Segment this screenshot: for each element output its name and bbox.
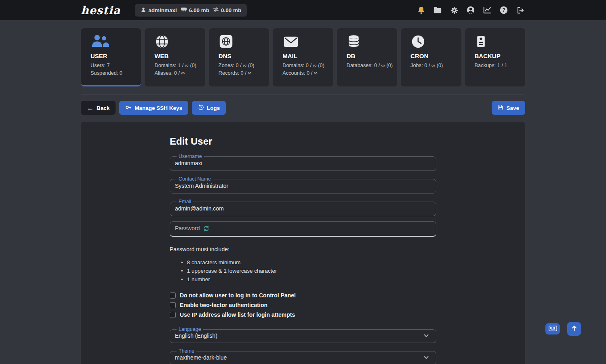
backup-drive-icon — [475, 34, 521, 51]
password-field[interactable]: Password — [170, 221, 436, 237]
theme-selected-value: maxtheme-dark-blue — [175, 354, 227, 361]
clock-icon — [410, 34, 457, 51]
disallow-login-checkbox[interactable] — [170, 292, 176, 299]
hestia-logo[interactable]: hestia — [81, 4, 120, 17]
ip-allow-list-checkbox[interactable] — [170, 312, 176, 318]
logs-button[interactable]: Logs — [192, 101, 226, 115]
username-field: Username — [170, 154, 436, 171]
email-input[interactable] — [175, 205, 431, 212]
contact-name-input[interactable] — [175, 183, 431, 189]
chevron-down-icon — [424, 356, 431, 359]
keyboard-shortcuts-button[interactable] — [545, 323, 560, 335]
stat-card-mail[interactable]: MAIL Domains: 0 / ∞ (0) Accounts: 0 / ∞ — [273, 28, 333, 86]
language-select-field[interactable]: Language English (English) — [170, 326, 436, 343]
chevron-down-icon — [424, 334, 431, 337]
theme-label: Theme — [177, 348, 196, 354]
svg-text:?: ? — [502, 7, 505, 13]
stat-card-dns[interactable]: DNS Zones: 0 / ∞ (0) Records: 0 / ∞ — [209, 28, 269, 86]
page-title: Edit User — [170, 136, 436, 147]
file-manager-folder-icon[interactable] — [433, 5, 442, 15]
theme-select-field[interactable]: Theme maxtheme-dark-blue — [170, 348, 436, 364]
username-label: Username — [177, 154, 204, 159]
password-requirements-list: •8 characters minimum •1 uppercase & 1 l… — [181, 258, 436, 284]
session-username: adminmaxi — [148, 7, 177, 13]
globe-icon — [154, 34, 201, 51]
back-arrow-icon: ← — [87, 105, 94, 112]
stat-card-title: CRON — [410, 53, 457, 59]
toolbar: ← Back Manage SSH Keys Logs Save — [81, 101, 525, 115]
stat-card-title: MAIL — [282, 53, 329, 59]
two-factor-checkbox[interactable] — [170, 302, 176, 308]
two-factor-option[interactable]: Enable two-factor authentication — [170, 300, 436, 310]
stat-card-cron[interactable]: CRON Jobs: 0 / ∞ (0) — [401, 28, 461, 86]
notifications-bell-icon[interactable] — [416, 5, 426, 15]
stats-nav: USER Users: 7 Suspended: 0 WEB Domains: … — [81, 28, 525, 86]
stat-card-backup[interactable]: BACKUP Backups: 1 / 1 — [465, 28, 525, 86]
settings-gear-icon[interactable] — [449, 5, 459, 15]
arrow-up-icon — [571, 325, 577, 332]
stat-card-line: Suspended: 0 — [90, 69, 137, 77]
stat-card-line: Users: 7 — [90, 61, 137, 69]
user-session-pill[interactable]: adminmaxi 6.00 mb 0.00 mb — [135, 4, 247, 17]
stat-card-title: WEB — [154, 53, 201, 59]
password-placeholder: Password — [175, 225, 200, 231]
database-icon — [347, 34, 393, 51]
floating-actions — [545, 322, 581, 336]
bullet-point: • — [181, 275, 183, 284]
stat-card-web[interactable]: WEB Domains: 1 / ∞ (0) Aliases: 0 / ∞ — [145, 28, 205, 86]
disallow-login-option[interactable]: Do not allow user to log in to Control P… — [170, 290, 436, 300]
generate-password-icon[interactable] — [203, 225, 209, 231]
back-button[interactable]: ← Back — [81, 101, 116, 115]
keyboard-icon — [549, 326, 557, 332]
stat-card-line: Zones: 0 / ∞ (0) — [219, 61, 265, 69]
stat-card-title: BACKUP — [475, 53, 521, 59]
stat-card-title: DB — [347, 53, 393, 59]
ip-allow-list-option[interactable]: Use IP address allow list for login atte… — [170, 310, 436, 320]
save-button[interactable]: Save — [492, 101, 525, 115]
edit-user-panel: Edit User Username Contact Name Email Pa… — [81, 122, 525, 364]
stat-card-line: Accounts: 0 / ∞ — [282, 69, 329, 77]
bullet-point: • — [181, 267, 183, 275]
topbar-actions: ? — [416, 5, 525, 15]
stat-card-line: Records: 0 / ∞ — [219, 69, 265, 77]
bullet-point: • — [181, 258, 183, 267]
password-requirement: •1 uppercase & 1 lowercase character — [181, 267, 436, 275]
bandwidth-icon — [213, 7, 219, 13]
language-label: Language — [177, 326, 203, 332]
account-user-icon[interactable] — [466, 5, 476, 15]
password-requirement: •1 number — [181, 275, 436, 284]
disk-usage-icon — [181, 7, 187, 13]
help-question-icon[interactable]: ? — [499, 5, 509, 15]
history-icon — [198, 104, 204, 112]
logout-icon[interactable] — [516, 5, 525, 15]
password-requirement: •8 characters minimum — [181, 258, 436, 267]
scroll-to-top-button[interactable] — [567, 322, 581, 336]
stat-card-line: Backups: 1 / 1 — [475, 61, 521, 69]
stat-card-line: Domains: 1 / ∞ (0) — [154, 61, 201, 69]
dns-globe-icon — [219, 34, 265, 51]
floppy-save-icon — [498, 105, 503, 112]
disk-usage-value: 6.00 mb — [189, 7, 209, 13]
email-field: Email — [170, 199, 436, 216]
stat-card-line: Domains: 0 / ∞ (0) — [282, 61, 329, 69]
key-icon — [125, 104, 132, 112]
contact-name-label: Contact Name — [177, 176, 213, 182]
users-icon — [90, 34, 137, 51]
stat-card-user[interactable]: USER Users: 7 Suspended: 0 — [81, 28, 141, 86]
stat-card-line: Aliases: 0 / ∞ — [154, 69, 201, 77]
statistics-chart-icon[interactable] — [482, 5, 492, 15]
stat-card-line: Jobs: 0 / ∞ (0) — [410, 61, 457, 69]
stat-card-line: Databases: 0 / ∞ (0) — [347, 61, 393, 69]
language-selected-value: English (English) — [175, 332, 217, 339]
stat-card-db[interactable]: DB Databases: 0 / ∞ (0) — [337, 28, 397, 86]
manage-ssh-keys-button[interactable]: Manage SSH Keys — [119, 101, 188, 115]
password-requirements-title: Password must include: — [170, 246, 436, 252]
mail-icon — [282, 34, 329, 51]
topbar: hestia adminmaxi 6.00 mb 0.00 mb — [0, 0, 606, 20]
stat-card-title: DNS — [219, 53, 265, 59]
contact-name-field: Contact Name — [170, 176, 436, 194]
user-icon — [141, 7, 146, 14]
email-label: Email — [177, 199, 193, 204]
section-divider — [81, 95, 525, 95]
username-input[interactable] — [175, 160, 431, 166]
